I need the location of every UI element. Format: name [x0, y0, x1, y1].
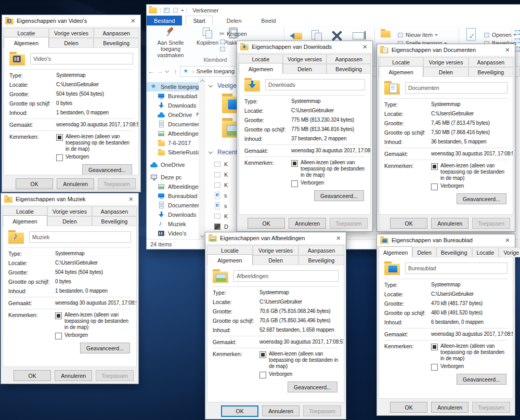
- properties-button[interactable]: [466, 28, 477, 43]
- tab-bestand[interactable]: Bestand: [147, 16, 182, 25]
- quick-access-newfolder-icon[interactable]: [172, 7, 179, 14]
- readonly-checkbox[interactable]: [431, 344, 438, 350]
- recent-file-row[interactable]: K: [214, 161, 228, 168]
- tab-beveiliging[interactable]: Beveiliging: [469, 67, 513, 77]
- readonly-checkbox[interactable]: [291, 160, 298, 167]
- apply-button[interactable]: Toepassen: [472, 402, 510, 413]
- frequent-folders-header[interactable]: Veelgeb: [208, 82, 240, 89]
- sidebar-item-afbeeldingen[interactable]: Afbeeldingen: [147, 182, 199, 191]
- tab-delen[interactable]: Delen: [49, 38, 94, 48]
- sidebar-item-video-s[interactable]: Video's: [147, 229, 199, 238]
- cut-button[interactable]: ✂ Knippen: [219, 30, 247, 37]
- tab-beeld[interactable]: Beeld: [254, 16, 282, 25]
- recent-locations-icon[interactable]: [165, 69, 169, 73]
- hidden-checkbox[interactable]: [431, 183, 438, 190]
- tab-delen[interactable]: Delen: [253, 255, 298, 265]
- cancel-button[interactable]: Annuleren: [431, 402, 469, 413]
- back-icon[interactable]: ←: [147, 68, 155, 75]
- paste-shortcut-button[interactable]: [219, 46, 226, 52]
- ok-button[interactable]: OK: [14, 370, 51, 381]
- sidebar-item-7-6-2017[interactable]: 7-6-2017: [147, 138, 199, 148]
- new-item-button[interactable]: Nieuw item: [397, 32, 438, 38]
- tab-beveiliging[interactable]: Beveiliging: [298, 255, 344, 265]
- tab-delen[interactable]: Delen: [412, 247, 436, 257]
- recent-files-header[interactable]: Recente: [208, 149, 241, 156]
- tab-delen[interactable]: Delen: [423, 67, 468, 77]
- tab-aanpassen[interactable]: Aanpassen: [298, 245, 344, 255]
- recent-file-row[interactable]: s: [214, 202, 227, 209]
- advanced-button[interactable]: Geavanceerd...: [82, 164, 132, 175]
- tab-beveiliging[interactable]: Beveiliging: [436, 247, 472, 257]
- sidebar-item-onedrive[interactable]: OneDrive: [147, 110, 199, 120]
- folder-name-input[interactable]: Muziek: [29, 231, 131, 243]
- folder-name-input[interactable]: Documenten: [405, 82, 508, 94]
- tab-algemeen[interactable]: Algemeen: [4, 37, 49, 48]
- ok-button[interactable]: OK: [390, 218, 427, 229]
- up-icon[interactable]: ↑: [171, 68, 180, 75]
- hidden-checkbox[interactable]: [55, 333, 62, 339]
- close-icon[interactable]: ×: [500, 235, 515, 245]
- select-all-button[interactable]: [514, 30, 520, 35]
- tab-vorige-versies[interactable]: Vorige versies: [47, 206, 92, 216]
- advanced-button[interactable]: Geavanceerd...: [288, 382, 337, 392]
- tab-beveiliging[interactable]: Beveiliging: [92, 216, 137, 226]
- apply-button[interactable]: Toepassen: [472, 218, 510, 229]
- ok-button[interactable]: OK: [390, 402, 427, 413]
- tab-aanpassen[interactable]: Aanpassen: [94, 28, 139, 38]
- sidebar-scrollbar[interactable]: [199, 77, 205, 240]
- tab-beveiliging[interactable]: Beveiliging: [94, 38, 139, 48]
- recent-file-row[interactable]: D: [214, 223, 228, 230]
- recent-file-row[interactable]: K: [214, 171, 228, 178]
- recent-file-row[interactable]: K: [214, 213, 228, 220]
- advanced-button[interactable]: Geavanceerd...: [457, 193, 506, 204]
- sidebar-item-siberierusland[interactable]: SiberieRusland: [147, 148, 199, 157]
- new-folder-button[interactable]: [381, 29, 391, 39]
- scroll-up-icon[interactable]: [200, 80, 204, 84]
- readonly-checkbox[interactable]: [259, 351, 266, 358]
- forward-icon[interactable]: →: [155, 68, 164, 75]
- select-none-button[interactable]: [514, 38, 520, 44]
- tab-aanpassen[interactable]: Aanpassen: [327, 54, 371, 64]
- tab-algemeen[interactable]: Algemeen: [379, 66, 423, 77]
- readonly-checkbox[interactable]: [431, 163, 438, 170]
- sidebar-item-downloads[interactable]: Downloads: [147, 210, 199, 219]
- tab-algemeen[interactable]: Algemeen: [3, 215, 47, 226]
- cancel-button[interactable]: Annuleren: [57, 178, 94, 189]
- tab-vorige-versies[interactable]: Vorige versies: [49, 28, 94, 38]
- close-icon[interactable]: ×: [124, 194, 138, 204]
- cancel-button[interactable]: Annuleren: [289, 218, 326, 229]
- tab-algemeen[interactable]: Algemeen: [207, 254, 253, 265]
- tab-delen[interactable]: Delen: [220, 16, 249, 25]
- scroll-down-icon[interactable]: [200, 233, 204, 238]
- hidden-checkbox[interactable]: [56, 154, 63, 161]
- recent-file-row[interactable]: K: [214, 181, 228, 189]
- sidebar-item-documenten[interactable]: Documenten: [147, 201, 199, 210]
- hidden-checkbox[interactable]: [259, 372, 266, 378]
- tab-vorige-versies[interactable]: Vorige versies: [423, 57, 468, 67]
- tab-delen[interactable]: Delen: [47, 216, 92, 226]
- tab-aanpassen[interactable]: Aanpassen: [92, 206, 137, 216]
- sidebar-item-snelle-toegang[interactable]: Snelle toegang: [147, 82, 199, 91]
- tab-beveiliging[interactable]: Beveiliging: [327, 64, 371, 74]
- advanced-button[interactable]: Geavanceerd...: [457, 374, 506, 385]
- tab-vorige-versies[interactable]: Vorige versies: [253, 245, 298, 255]
- copy-path-button[interactable]: [219, 39, 226, 45]
- recent-file-row[interactable]: s: [214, 192, 227, 199]
- copy-button[interactable]: Kopiëren: [194, 27, 220, 46]
- readonly-checkbox[interactable]: [56, 134, 63, 141]
- apply-button[interactable]: Toepassen: [96, 370, 134, 381]
- tab-vorige-versies[interactable]: Vorige versies: [283, 54, 327, 64]
- advanced-button[interactable]: Geavanceerd...: [80, 343, 130, 353]
- quick-access-properties-icon[interactable]: [163, 7, 170, 14]
- pin-to-quick-access-button[interactable]: Aan Snelle toegang vastmaken: [148, 27, 193, 58]
- tab-aanpassen[interactable]: Aanpassen: [469, 57, 513, 67]
- cancel-button[interactable]: Annuleren: [262, 405, 300, 416]
- folder-name-input[interactable]: Downloads: [265, 79, 365, 90]
- tab-algemeen[interactable]: Algemeen: [379, 246, 412, 257]
- sidebar-item-muziek[interactable]: Muziek: [147, 219, 199, 229]
- tab-start[interactable]: Start: [186, 16, 212, 26]
- apply-button[interactable]: Toepassen: [98, 178, 136, 189]
- ok-button[interactable]: OK: [248, 218, 285, 229]
- close-icon[interactable]: ×: [500, 45, 515, 55]
- tab-algemeen[interactable]: Algemeen: [239, 63, 283, 74]
